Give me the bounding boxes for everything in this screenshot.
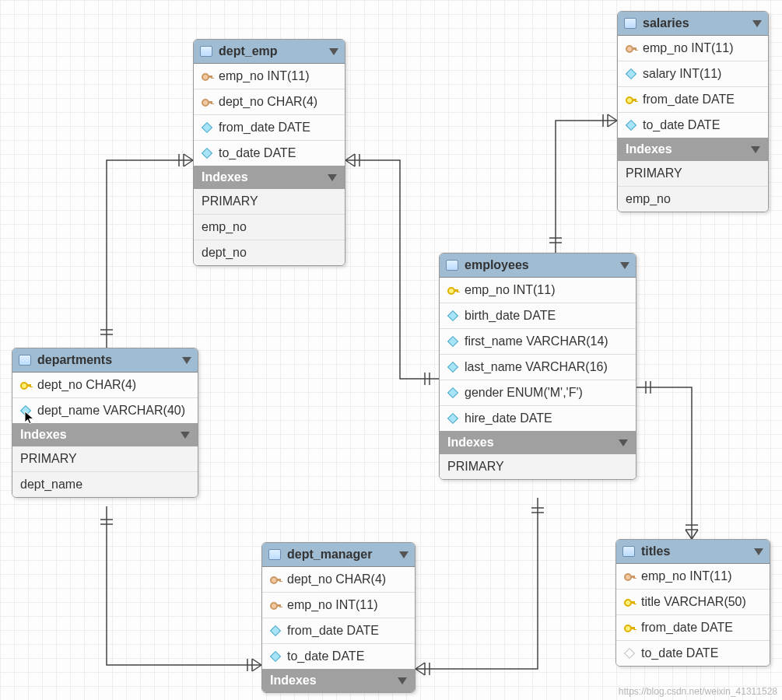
svg-line-1 — [184, 160, 193, 166]
table-icon — [200, 46, 212, 57]
svg-line-6 — [345, 154, 355, 160]
chevron-down-icon[interactable] — [754, 548, 763, 555]
svg-line-32 — [686, 530, 692, 539]
table-icon — [624, 18, 636, 29]
pk-key-icon — [624, 597, 635, 607]
column-icon — [626, 68, 636, 79]
indexes-header[interactable]: Indexes — [194, 166, 345, 189]
column-icon — [447, 362, 458, 373]
column-row[interactable]: emp_no INT(11) — [194, 64, 345, 89]
column-icon — [202, 148, 212, 159]
indexes-header[interactable]: Indexes — [12, 423, 198, 446]
table-icon — [268, 549, 281, 560]
index-row[interactable]: PRIMARY — [194, 189, 345, 215]
fk-key-icon — [270, 574, 281, 585]
fk-key-icon — [624, 571, 635, 582]
column-row[interactable]: to_date DATE — [618, 113, 768, 138]
column-row[interactable]: emp_no INT(11) — [618, 36, 768, 61]
index-row[interactable]: dept_name — [12, 472, 198, 497]
chevron-down-icon[interactable] — [182, 357, 191, 364]
pk-key-icon — [624, 622, 635, 633]
column-row[interactable]: hire_date DATE — [440, 406, 636, 431]
table-title: departments — [37, 353, 176, 367]
table-icon — [446, 260, 458, 271]
table-title: dept_emp — [219, 44, 323, 58]
table-title: employees — [465, 258, 614, 272]
chevron-down-icon[interactable] — [399, 551, 409, 558]
table-dept-emp[interactable]: dept_emp emp_no INT(11) dept_no CHAR(4) … — [193, 39, 345, 266]
chevron-down-icon — [751, 146, 760, 153]
column-icon — [447, 310, 458, 321]
column-list: emp_no INT(11) dept_no CHAR(4) from_date… — [194, 64, 345, 166]
table-title: dept_manager — [287, 548, 393, 562]
table-icon — [622, 546, 635, 557]
column-row[interactable]: emp_no INT(11) — [262, 593, 415, 618]
column-row[interactable]: title VARCHAR(50) — [616, 590, 770, 615]
table-header[interactable]: dept_emp — [194, 40, 345, 64]
index-row[interactable]: emp_no — [194, 215, 345, 240]
table-header[interactable]: employees — [440, 254, 636, 278]
column-row[interactable]: to_date DATE — [194, 141, 345, 166]
table-salaries[interactable]: salaries emp_no INT(11) salary INT(11) f… — [617, 11, 769, 212]
chevron-down-icon[interactable] — [752, 20, 762, 27]
index-row[interactable]: PRIMARY — [12, 446, 198, 472]
chevron-down-icon — [181, 432, 190, 439]
chevron-down-icon — [619, 439, 628, 446]
column-row[interactable]: from_date DATE — [616, 615, 770, 641]
index-row[interactable]: PRIMARY — [440, 454, 636, 479]
svg-line-0 — [184, 154, 193, 160]
svg-line-27 — [416, 669, 425, 675]
table-header[interactable]: departments — [12, 348, 198, 373]
index-row[interactable]: emp_no — [618, 187, 768, 212]
column-row[interactable]: gender ENUM('M','F') — [440, 380, 636, 406]
pk-key-icon — [447, 285, 458, 296]
table-employees[interactable]: employees emp_no INT(11) birth_date DATE… — [439, 253, 636, 480]
table-dept-manager[interactable]: dept_manager dept_no CHAR(4) emp_no INT(… — [261, 542, 416, 693]
table-icon — [19, 355, 31, 366]
chevron-down-icon[interactable] — [620, 262, 629, 269]
fk-key-icon — [202, 71, 212, 82]
column-row[interactable]: to_date DATE — [262, 644, 415, 669]
column-row[interactable]: dept_no CHAR(4) — [262, 567, 415, 593]
table-header[interactable]: titles — [616, 540, 770, 564]
table-title: titles — [641, 544, 748, 558]
table-header[interactable]: salaries — [618, 12, 768, 36]
column-row[interactable]: dept_no CHAR(4) — [194, 89, 345, 115]
column-row[interactable]: birth_date DATE — [440, 303, 636, 329]
pk-key-icon — [626, 94, 636, 105]
fk-key-icon — [202, 96, 212, 107]
indexes-header[interactable]: Indexes — [262, 669, 415, 692]
table-header[interactable]: dept_manager — [262, 543, 415, 567]
column-row[interactable]: last_name VARCHAR(16) — [440, 355, 636, 380]
column-row[interactable]: first_name VARCHAR(14) — [440, 329, 636, 355]
fk-key-icon — [270, 600, 281, 611]
index-row[interactable]: PRIMARY — [618, 161, 768, 187]
index-row[interactable]: dept_no — [194, 240, 345, 265]
column-icon — [626, 120, 636, 131]
table-titles[interactable]: titles emp_no INT(11) title VARCHAR(50) … — [615, 539, 770, 667]
svg-line-15 — [608, 121, 617, 127]
indexes-header[interactable]: Indexes — [618, 138, 768, 161]
column-row[interactable]: from_date DATE — [262, 618, 415, 644]
svg-line-26 — [416, 663, 425, 669]
table-title: salaries — [643, 16, 746, 30]
table-departments[interactable]: departments dept_no CHAR(4) dept_name VA… — [12, 348, 198, 498]
column-row[interactable]: dept_name VARCHAR(40) — [12, 398, 198, 423]
column-row[interactable]: salary INT(11) — [618, 61, 768, 87]
column-row[interactable]: emp_no INT(11) — [616, 564, 770, 590]
column-row[interactable]: emp_no INT(11) — [440, 278, 636, 303]
indexes-header[interactable]: Indexes — [440, 431, 636, 454]
column-row[interactable]: dept_no CHAR(4) — [12, 373, 198, 398]
pk-key-icon — [20, 380, 31, 390]
watermark: https://blog.csdn.net/weixin_41311528 — [619, 686, 777, 697]
column-row[interactable]: from_date DATE — [194, 115, 345, 141]
svg-line-20 — [252, 659, 261, 665]
svg-line-7 — [345, 160, 355, 166]
column-row[interactable]: to_date DATE — [616, 641, 770, 666]
chevron-down-icon[interactable] — [329, 48, 338, 55]
column-icon — [624, 648, 635, 659]
fk-key-icon — [626, 43, 636, 54]
column-icon — [270, 625, 281, 636]
column-row[interactable]: from_date DATE — [618, 87, 768, 113]
column-icon — [447, 336, 458, 347]
